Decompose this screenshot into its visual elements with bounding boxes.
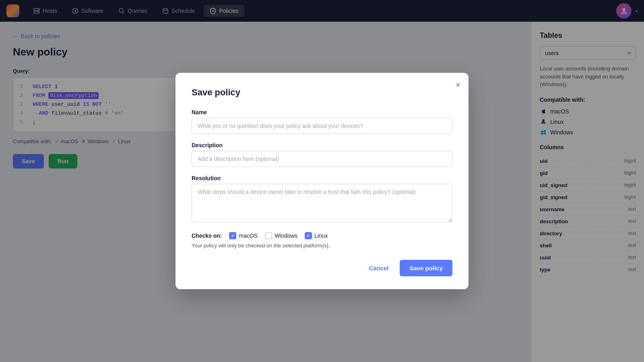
save-policy-button[interactable]: Save policy: [400, 260, 452, 276]
save-policy-modal: Save policy × Name Description Resolutio…: [175, 73, 469, 289]
description-label: Description: [192, 142, 452, 148]
windows-check-label: Windows: [275, 232, 297, 239]
check-windows-item[interactable]: Windows: [265, 232, 297, 239]
linux-checkbox[interactable]: [305, 232, 312, 239]
checks-hint: Your policy will only be checked on the …: [192, 243, 452, 249]
resolution-textarea[interactable]: [192, 184, 452, 222]
check-macos-item[interactable]: macOS: [229, 232, 258, 239]
check-linux-item[interactable]: Linux: [305, 232, 328, 239]
modal-footer: Cancel Save policy: [192, 260, 452, 276]
description-input[interactable]: [192, 151, 452, 167]
modal-close-button[interactable]: ×: [456, 81, 460, 89]
resolution-label: Resolution: [192, 175, 452, 181]
modal-title: Save policy: [192, 87, 452, 98]
checks-label: Checks on:: [192, 232, 222, 239]
name-label: Name: [192, 109, 452, 115]
cancel-button[interactable]: Cancel: [362, 261, 395, 276]
linux-check-label: Linux: [314, 232, 328, 239]
windows-checkbox[interactable]: [265, 232, 272, 239]
name-input[interactable]: [192, 118, 452, 134]
checks-row: Checks on: macOS Windows Linux: [192, 232, 452, 239]
modal-overlay: Save policy × Name Description Resolutio…: [0, 0, 644, 362]
macos-check-label: macOS: [239, 232, 258, 239]
macos-checkbox[interactable]: [229, 232, 236, 239]
